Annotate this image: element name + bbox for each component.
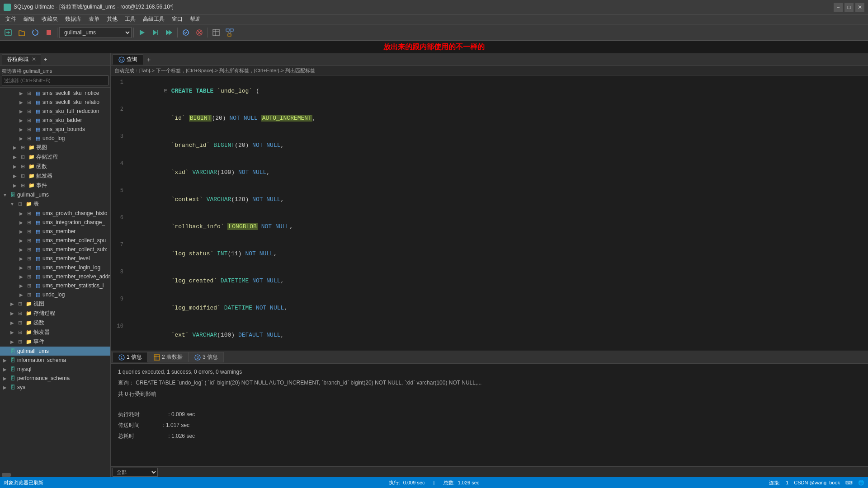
tree-item-event-1[interactable]: ▶ ⊞ 📁 事件 <box>0 181 110 190</box>
tb-execute-all[interactable] <box>163 26 175 39</box>
expand-icon[interactable]: ▶ <box>9 320 15 326</box>
tree-item-view-2[interactable]: ▶ ⊞ 📁 视图 <box>0 299 110 309</box>
expand-icon[interactable]: ▶ <box>18 273 24 280</box>
menu-help[interactable]: 帮助 <box>186 14 204 24</box>
tree-item-ums-integration[interactable]: ▶ ⊞ ▤ ums_integration_change_ <box>0 218 110 227</box>
db-selector[interactable]: gulimall_ums <box>59 27 132 38</box>
expand-icon[interactable]: ▶ <box>2 366 8 372</box>
expand-icon[interactable]: ▶ <box>9 339 15 345</box>
expand-icon[interactable]: ▶ <box>2 375 8 381</box>
tree-area[interactable]: ▶ ⊞ ▤ sms_seckill_sku_notice ▶ ⊞ ▤ sms_s… <box>0 88 110 472</box>
tree-item-ums-member[interactable]: ▶ ⊞ ▤ ums_member <box>0 227 110 236</box>
query-tab-1[interactable]: Q 查询 <box>113 54 143 65</box>
tree-item-trigger-1[interactable]: ▶ ⊞ 📁 触发器 <box>0 171 110 181</box>
expand-icon[interactable]: ▼ <box>9 201 15 207</box>
result-filter-dropdown[interactable]: 全部 <box>113 468 158 477</box>
tb-commit[interactable] <box>179 26 192 39</box>
menu-database[interactable]: 数据库 <box>61 14 85 24</box>
tree-item-performance-schema[interactable]: ▶ 🗄 performance_schema <box>0 374 110 383</box>
menu-favorites[interactable]: 收藏夹 <box>38 14 61 24</box>
tree-item-ums-member-collect-spu[interactable]: ▶ ⊞ ▤ ums_member_collect_spu <box>0 236 110 245</box>
expand-icon[interactable]: ▶ <box>18 108 24 114</box>
expand-icon[interactable]: ▶ <box>2 357 8 363</box>
expand-icon[interactable]: ▶ <box>9 301 15 307</box>
expand-icon[interactable]: ▶ <box>18 237 24 244</box>
object-browser-tab[interactable]: 谷粒商城 ✕ <box>2 54 41 65</box>
tb-table-designer[interactable] <box>210 26 222 39</box>
expand-icon[interactable]: ▶ <box>18 228 24 235</box>
expand-icon[interactable]: ▶ <box>18 135 24 141</box>
tree-item-sms-sku-full-reduction[interactable]: ▶ ⊞ ▤ sms_sku_full_reduction <box>0 107 110 116</box>
tree-item-ums-member-collect-sub[interactable]: ▶ ⊞ ▤ ums_member_collect_sub: <box>0 245 110 254</box>
close-button[interactable]: ✕ <box>855 3 864 12</box>
tree-item-undo-log-sms[interactable]: ▶ ⊞ ▤ undo_log <box>0 134 110 143</box>
expand-icon[interactable]: ▶ <box>12 164 18 170</box>
expand-icon[interactable]: ▶ <box>18 291 24 298</box>
menu-tools[interactable]: 工具 <box>121 14 139 24</box>
menu-advanced[interactable]: 高级工具 <box>139 14 168 24</box>
expand-icon[interactable]: ▶ <box>18 282 24 289</box>
tree-item-event-2[interactable]: ▶ ⊞ 📁 事件 <box>0 337 110 347</box>
menu-table[interactable]: 表单 <box>85 14 103 24</box>
expand-icon[interactable]: ▶ <box>18 126 24 132</box>
expand-icon[interactable] <box>2 348 8 354</box>
tb-open[interactable] <box>15 26 28 39</box>
expand-icon[interactable]: ▶ <box>12 145 18 151</box>
expand-icon[interactable]: ▶ <box>18 219 24 225</box>
tb-rollback[interactable] <box>193 26 206 39</box>
expand-icon[interactable]: ▶ <box>9 310 15 317</box>
maximize-button[interactable]: □ <box>844 3 854 12</box>
result-tab-tabledata[interactable]: 2 表数据 <box>148 352 189 362</box>
expand-icon[interactable]: ▶ <box>12 173 18 179</box>
tb-schema-designer[interactable] <box>223 26 236 39</box>
tree-item-ums-member-login-log[interactable]: ▶ ⊞ ▤ ums_member_login_log <box>0 263 110 272</box>
result-tab-info2[interactable]: 3 3 信息 <box>189 352 224 362</box>
menu-file[interactable]: 文件 <box>2 14 20 24</box>
tree-item-sms-seckill-sku-notice[interactable]: ▶ ⊞ ▤ sms_seckill_sku_notice <box>0 89 110 98</box>
tb-execute[interactable] <box>136 26 148 39</box>
tb-new-connection[interactable] <box>2 26 14 39</box>
tree-item-view-1[interactable]: ▶ ⊞ 📁 视图 <box>0 143 110 152</box>
tree-item-information-schema[interactable]: ▶ 🗄 information_schema <box>0 356 110 365</box>
tb-refresh[interactable] <box>29 26 42 39</box>
menu-other[interactable]: 其他 <box>103 14 121 24</box>
result-tab-info[interactable]: 1 1 信息 <box>113 352 148 362</box>
tree-item-trigger-2[interactable]: ▶ ⊞ 📁 触发器 <box>0 328 110 337</box>
minimize-button[interactable]: − <box>834 3 843 12</box>
tree-item-ums-member-receive[interactable]: ▶ ⊞ ▤ ums_member_receive_addr <box>0 272 110 281</box>
tree-item-gulimall-ums[interactable]: ▼ 🗄 gulimall_ums <box>0 190 110 199</box>
expand-icon[interactable]: ▶ <box>18 99 24 105</box>
tree-item-undo-log-ums[interactable]: ▶ ⊞ ▤ undo_log <box>0 290 110 299</box>
tree-item-sms-seckill-sku-relatio[interactable]: ▶ ⊞ ▤ sms_seckill_sku_relatio <box>0 98 110 107</box>
tb-stop[interactable] <box>42 26 55 39</box>
tree-item-ums-member-level[interactable]: ▶ ⊞ ▤ ums_member_level <box>0 254 110 263</box>
tree-item-sys[interactable]: ▶ 🗄 sys <box>0 383 110 392</box>
expand-icon[interactable]: ▶ <box>18 246 24 253</box>
menu-window[interactable]: 窗口 <box>168 14 186 24</box>
left-tab-close-icon[interactable]: ✕ <box>32 56 36 62</box>
tree-item-mysql[interactable]: ▶ 🗄 mysql <box>0 365 110 374</box>
expand-icon[interactable]: ▶ <box>18 264 24 271</box>
expand-icon[interactable]: ▶ <box>9 329 15 336</box>
expand-icon[interactable]: ▶ <box>18 210 24 216</box>
tree-item-ums-member-stats[interactable]: ▶ ⊞ ▤ ums_member_statistics_i <box>0 281 110 290</box>
tree-item-proc-2[interactable]: ▶ ⊞ 📁 存储过程 <box>0 309 110 318</box>
filter-input[interactable] <box>2 75 108 85</box>
tb-execute-current[interactable] <box>149 26 162 39</box>
tree-item-gulimall-ums-selected[interactable]: 🗄 gulimall_ums <box>0 347 110 356</box>
expand-icon[interactable]: ▶ <box>18 117 24 123</box>
expand-icon[interactable]: ▶ <box>12 183 18 189</box>
tree-item-sms-spu-bounds[interactable]: ▶ ⊞ ▤ sms_spu_bounds <box>0 125 110 134</box>
tree-item-sms-sku-ladder[interactable]: ▶ ⊞ ▤ sms_sku_ladder <box>0 116 110 125</box>
add-query-tab-button[interactable]: + <box>143 55 154 64</box>
expand-icon[interactable]: ▶ <box>2 384 8 390</box>
sql-editor[interactable]: 1 ⊟ CREATE TABLE `undo_log` ( 2 `id` BIG… <box>111 76 868 351</box>
tree-item-ums-growth[interactable]: ▶ ⊞ ▤ ums_growth_change_histo <box>0 209 110 218</box>
tree-item-proc-1[interactable]: ▶ ⊞ 📁 存储过程 <box>0 152 110 162</box>
expand-icon[interactable]: ▶ <box>18 255 24 262</box>
expand-icon[interactable]: ▶ <box>18 90 24 96</box>
expand-icon[interactable]: ▼ <box>2 192 8 198</box>
tree-item-tables-folder[interactable]: ▼ ⊞ 📁 表 <box>0 199 110 209</box>
menu-edit[interactable]: 编辑 <box>20 14 38 24</box>
tree-horizontal-scroll[interactable] <box>0 472 110 477</box>
